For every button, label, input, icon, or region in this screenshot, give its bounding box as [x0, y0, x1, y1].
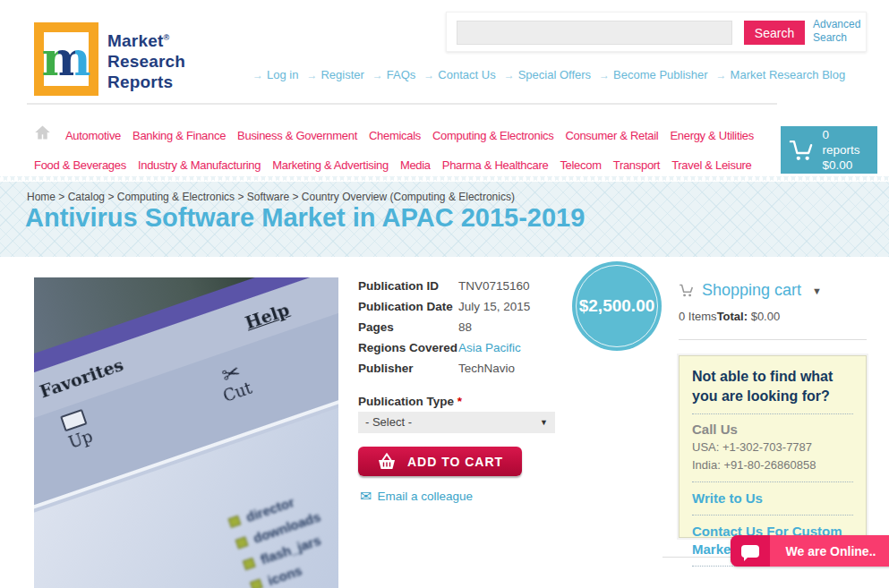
breadcrumb[interactable]: Home > Catalog > Computing & Electronics…: [27, 191, 515, 203]
category-telecom[interactable]: Telecom: [560, 158, 601, 172]
phone-usa: USA: +1-302-703-7787: [692, 439, 853, 456]
brand-line2: Research: [107, 51, 185, 72]
envelope-icon: ✉: [360, 488, 372, 505]
write-to-us-link[interactable]: Write to Us: [692, 490, 853, 507]
category-row-2: Food & Beverages Industry & Manufacturin…: [34, 158, 752, 172]
arrow-icon: →: [372, 69, 383, 81]
header-cart-box[interactable]: 0 reports $0.00: [781, 126, 877, 174]
dotted-divider: [692, 515, 853, 516]
category-pharma-healthcare[interactable]: Pharma & Healthcare: [442, 158, 549, 172]
search-button[interactable]: Search: [744, 21, 805, 45]
phone-india: India: +91-80-26860858: [692, 456, 853, 474]
category-media[interactable]: Media: [400, 158, 431, 172]
title-band: Home > Catalog > Computing & Electronics…: [0, 182, 889, 257]
dotted-divider: [692, 413, 853, 414]
select-caret-icon: ▼: [540, 412, 548, 433]
dotted-divider: [692, 481, 853, 482]
advanced-search-link[interactable]: Advanced Search: [813, 18, 867, 45]
nav-login[interactable]: →Log in: [252, 68, 298, 81]
detail-value-publication-date: July 15, 2015: [458, 300, 530, 313]
category-travel-leisure[interactable]: Travel & Leisure: [671, 158, 751, 172]
detail-value-publisher: TechNavio: [458, 362, 515, 375]
arrow-icon: →: [423, 69, 434, 81]
screenshot-scene: Favorites Help Up ✂ Cut Copy: [34, 277, 338, 588]
cart-total: $0.00: [823, 158, 869, 173]
live-chat-widget[interactable]: We are Online..: [731, 535, 889, 567]
tool-cut: ✂ Cut: [214, 360, 254, 405]
cart-total-value: $0.00: [748, 310, 780, 323]
zigzag-border: [0, 176, 889, 182]
nav-special-offers[interactable]: →Special Offers: [504, 68, 591, 81]
detail-value-publication-id: TNV0715160: [458, 279, 530, 293]
menu-help: Help: [243, 299, 292, 332]
chat-icon-wrap: [731, 535, 770, 567]
folder-icon: [235, 536, 249, 549]
arrow-icon: →: [599, 69, 610, 81]
search-input[interactable]: [457, 21, 732, 45]
advanced-search-line2: Search: [813, 31, 867, 45]
tool-up: Up: [60, 409, 95, 452]
shopping-cart-title: Shopping cart: [702, 281, 801, 300]
category-banking-finance[interactable]: Banking & Finance: [132, 129, 226, 142]
nav-become-publisher[interactable]: →Become Publisher: [599, 68, 708, 81]
nav-contact-us[interactable]: →Contact Us: [423, 68, 495, 81]
folder-icon: [243, 558, 256, 570]
call-us-label: Call Us: [692, 422, 853, 437]
arrow-icon: →: [504, 69, 515, 81]
arrow-icon: →: [716, 69, 727, 81]
nav-faqs[interactable]: →FAQs: [372, 68, 416, 81]
category-chemicals[interactable]: Chemicals: [369, 129, 421, 142]
category-automotive[interactable]: Automotive: [65, 129, 121, 142]
category-industry-manufacturing[interactable]: Industry & Manufacturing: [138, 158, 261, 172]
detail-label-publication-id: Publication ID: [358, 279, 458, 293]
category-transport[interactable]: Transport: [613, 158, 660, 172]
email-colleague-link[interactable]: ✉ Email a colleague: [360, 488, 473, 505]
category-food-beverages[interactable]: Food & Beverages: [34, 158, 126, 172]
detail-label-publisher: Publisher: [358, 362, 458, 375]
cart-total-label: Total:: [717, 310, 748, 323]
home-icon[interactable]: [34, 124, 51, 141]
detail-label-regions: Regions Covered: [358, 341, 458, 354]
shopping-cart-header[interactable]: Shopping cart ▼: [679, 281, 822, 300]
help-box: Not able to find what you are looking fo…: [679, 355, 867, 538]
add-to-cart-button[interactable]: ADD TO CART: [358, 447, 522, 476]
help-box-heading: Not able to find what you are looking fo…: [692, 367, 853, 406]
brand-name[interactable]: Market® Research Reports: [107, 28, 185, 92]
nav-register[interactable]: →Register: [306, 68, 363, 81]
top-nav: →Log in →Register →FAQs →Contact Us →Spe…: [252, 68, 845, 81]
category-row-1: Automotive Banking & Finance Business & …: [65, 129, 754, 142]
category-computing-electronics[interactable]: Computing & Electronics: [432, 129, 553, 142]
brand-line3: Reports: [107, 72, 185, 92]
category-energy-utilities[interactable]: Energy & Utilities: [670, 129, 754, 142]
arrow-icon: →: [252, 69, 263, 81]
publication-type-label: Publication Type *: [358, 395, 462, 408]
sidebar-divider: [679, 339, 867, 340]
cart-summary: 0 ItemsTotal: $0.00: [679, 310, 780, 323]
price-badge: $2,500.00: [572, 261, 662, 351]
cart-reports-count: 0 reports: [823, 127, 869, 158]
search-card: Search Advanced Search: [446, 12, 867, 52]
brand-logo[interactable]: m: [34, 22, 98, 96]
cart-icon: [789, 138, 816, 163]
category-marketing-advertising[interactable]: Marketing & Advertising: [272, 158, 389, 172]
file-list: director downloads flash_jars icons: [226, 484, 338, 588]
detail-value-regions-link[interactable]: Asia Pacific: [458, 341, 521, 354]
logo-m-icon: m: [41, 36, 90, 82]
chevron-down-icon: ▼: [812, 285, 822, 296]
detail-label-publication-date: Publication Date: [358, 300, 458, 313]
category-consumer-retail[interactable]: Consumer & Retail: [565, 129, 658, 142]
publication-type-select[interactable]: - Select - ▼: [358, 412, 555, 433]
brand-line1: Market: [107, 31, 163, 50]
folder-icon: [250, 579, 263, 588]
price-text: $2,500.00: [579, 296, 655, 316]
header-divider: [27, 103, 777, 105]
page-title: Antivirus Software Market in APAC 2015-2…: [25, 203, 585, 233]
category-business-government[interactable]: Business & Government: [237, 129, 357, 142]
required-asterisk: *: [457, 395, 462, 408]
advanced-search-line1: Advanced: [813, 18, 867, 31]
nav-market-research-blog[interactable]: →Market Research Blog: [716, 68, 846, 81]
detail-value-pages: 88: [458, 320, 472, 334]
product-image: Favorites Help Up ✂ Cut Copy: [34, 277, 338, 588]
chat-status-text: We are Online..: [770, 544, 889, 558]
folder-icon: [227, 516, 241, 528]
